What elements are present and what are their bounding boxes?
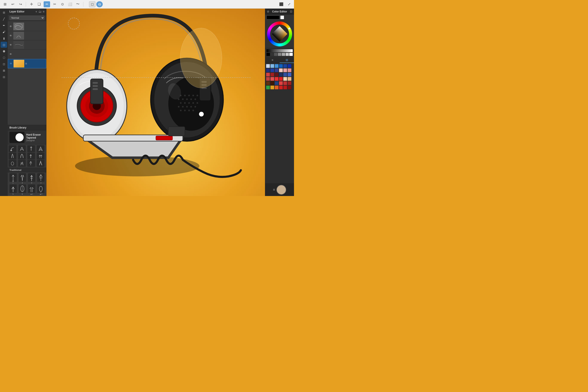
canvas-area[interactable] — [46, 8, 265, 196]
crop-tool-button[interactable]: ⊡ — [1, 61, 7, 67]
brush-thumb[interactable] — [27, 160, 35, 167]
color-swatch[interactable] — [266, 64, 270, 68]
brush-thumb[interactable] — [37, 160, 44, 167]
traditional-brush-item[interactable]: ▲1 — [27, 184, 36, 195]
color-swatch[interactable] — [279, 64, 283, 68]
color-swatch[interactable] — [283, 86, 287, 90]
current-color-swatch[interactable] — [276, 185, 286, 195]
color-swatch[interactable] — [279, 81, 283, 85]
grid-tool-button[interactable]: ⊞ — [1, 10, 7, 16]
gray-gradient-strip[interactable] — [266, 49, 293, 52]
eraser-tool-button[interactable]: ◻ — [1, 42, 7, 48]
white-swatch[interactable] — [280, 16, 284, 19]
color-swatch[interactable] — [275, 81, 278, 85]
lasso-button[interactable]: ⊙ — [59, 1, 66, 7]
color-swatch[interactable] — [270, 81, 274, 85]
color-picker-icon[interactable]: ⊘ — [267, 10, 269, 13]
window-button[interactable]: ⬛ — [278, 1, 284, 7]
traditional-brush-item[interactable]: 1 — [8, 173, 18, 184]
brush-thumb[interactable] — [8, 152, 16, 160]
select-tool-button[interactable]: ⬡ — [1, 54, 7, 60]
layer-eye-icon[interactable]: 👁 — [9, 53, 12, 56]
layers-button[interactable]: ⊞ — [2, 1, 8, 7]
gray-swatch[interactable] — [282, 53, 285, 56]
color-swatch[interactable] — [288, 77, 292, 81]
fullscreen-button[interactable]: ⤢ — [286, 1, 292, 7]
layer-item-active[interactable]: 👁 ⛓ — [8, 59, 46, 68]
black-swatch[interactable] — [266, 16, 280, 19]
brush-thumb[interactable] — [37, 152, 44, 160]
brush-thumb[interactable] — [18, 152, 26, 160]
color-swatch[interactable] — [288, 68, 292, 72]
color-swatch[interactable] — [283, 64, 287, 68]
layer-menu-button[interactable]: ≡ — [43, 10, 44, 13]
color-options-button[interactable]: ≡ — [273, 188, 275, 192]
redo-button[interactable]: ↪ — [17, 1, 24, 7]
color-swatch[interactable] — [275, 86, 278, 90]
selection-control-point[interactable] — [199, 112, 204, 116]
brush-thumb[interactable] — [27, 152, 35, 160]
color-swatch[interactable] — [279, 86, 283, 90]
color-swatch[interactable] — [283, 77, 287, 81]
brush-thumb[interactable] — [18, 145, 26, 152]
curve-button[interactable]: 〜 — [74, 1, 81, 7]
color-swatch[interactable] — [266, 86, 270, 90]
color-swatch[interactable] — [283, 81, 287, 85]
layer-item[interactable]: 👁 — [8, 40, 46, 50]
gray-swatch[interactable] — [270, 53, 274, 56]
color-swatch[interactable] — [270, 68, 274, 72]
undo-button[interactable]: ↩ — [10, 1, 16, 7]
traditional-brush-item[interactable]: ▲2 — [36, 184, 45, 195]
color-swatch[interactable] — [288, 86, 292, 90]
color-wheel-area[interactable] — [265, 20, 294, 48]
color-swatch[interactable] — [270, 73, 274, 76]
gray-swatch[interactable] — [266, 53, 270, 56]
traditional-brush-item[interactable]: 6 — [18, 184, 27, 195]
color-swatch[interactable] — [270, 77, 274, 81]
color-swatch[interactable] — [275, 73, 278, 76]
brush-thumb[interactable] — [8, 145, 16, 152]
traditional-brush-item[interactable]: 3 — [27, 173, 36, 184]
layer-item[interactable]: 👁 — [8, 31, 46, 40]
transform-tool-button[interactable]: ⊠ — [1, 68, 7, 74]
move-button[interactable]: ✛ — [28, 1, 34, 7]
sliders-tab[interactable]: ≡ — [265, 58, 280, 63]
traditional-brush-item[interactable]: 4 — [36, 173, 45, 184]
color-wheel[interactable] — [267, 22, 292, 46]
fill-tool-button[interactable]: ⬟ — [1, 48, 7, 54]
gray-swatch[interactable] — [278, 53, 281, 56]
pen-tool-button[interactable]: ✒ — [1, 22, 7, 28]
color-swatch[interactable] — [266, 73, 270, 76]
layer-item[interactable]: 👁 — [8, 22, 46, 31]
add-layer-button[interactable]: + — [36, 10, 37, 13]
gray-swatch[interactable] — [286, 53, 289, 56]
gray-swatch[interactable] — [289, 53, 293, 56]
group-layer-button[interactable]: 🗂 — [38, 10, 42, 13]
layer-eye-icon[interactable]: 👁 — [9, 25, 12, 28]
marker-tool-button[interactable]: ▮ — [1, 35, 7, 41]
brush-thumb[interactable] — [8, 160, 16, 167]
color-swatch[interactable] — [288, 64, 292, 68]
brush-thumb[interactable] — [18, 160, 26, 167]
color-swatch[interactable] — [288, 73, 292, 76]
grid-tab[interactable]: ⊞ — [280, 58, 294, 63]
color-swatch[interactable] — [279, 73, 283, 76]
color-swatch[interactable] — [266, 68, 270, 72]
traditional-brush-item[interactable]: 2 — [18, 173, 27, 184]
color-swatch[interactable] — [275, 64, 278, 68]
brush-thumb[interactable] — [37, 145, 44, 152]
blend-mode-select[interactable]: Normal Multiply Screen Overlay — [10, 16, 44, 20]
color-swatch[interactable] — [270, 64, 274, 68]
color-swatch[interactable] — [270, 86, 274, 90]
color-swatch[interactable] — [279, 68, 283, 72]
color-swatch[interactable] — [283, 68, 287, 72]
image-button[interactable]: ⬜ — [67, 1, 73, 7]
layer-eye-icon[interactable]: 👁 — [9, 34, 12, 37]
erase-button[interactable]: ◻ — [89, 1, 96, 7]
color-swatch[interactable] — [288, 81, 292, 85]
brush-tool-button[interactable]: 🖌 — [1, 29, 7, 35]
color-swatch[interactable] — [266, 81, 270, 85]
layer-eye-icon[interactable]: 👁 — [9, 62, 13, 65]
layer-item[interactable]: 👁 — [8, 50, 46, 59]
traditional-brush-item[interactable]: 5 — [8, 184, 18, 195]
